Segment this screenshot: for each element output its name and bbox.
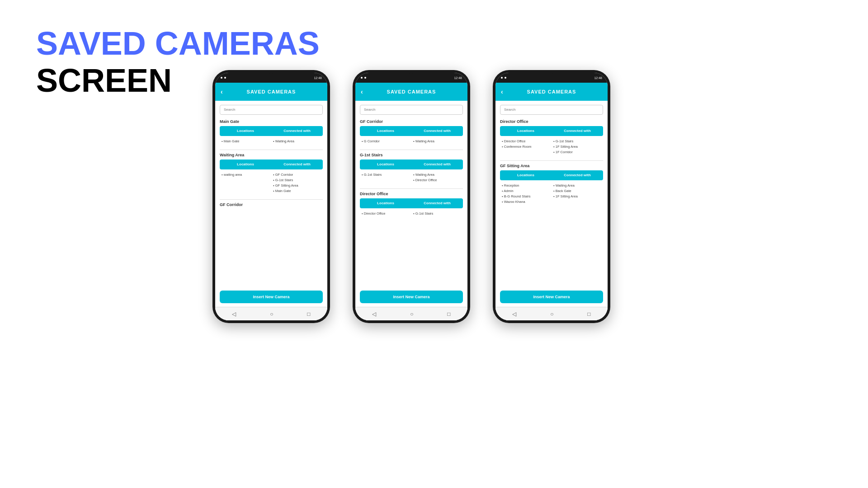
table-header-main-gate: Locations Connected with [220,126,323,136]
search-input-3[interactable] [500,105,603,115]
phone-3-notch [549,73,554,77]
phone-3: 12:48 ‹ SAVED CAMERAS Director Office Lo… [493,70,610,323]
insert-btn-area-1: Insert New Camera [215,288,327,307]
location-item: Wazoo Khana [502,199,550,205]
section-gf-corridor: GF Corridor [220,202,323,207]
col-header-loc-p3-2: Locations [500,173,552,177]
section-director-p3: Director Office Locations Connected with… [500,119,603,156]
section-main-gate: Main Gate Locations Connected with Main … [220,119,323,145]
connected-item: G-1st Stairs [553,139,601,144]
col-header-loc-p2-2: Locations [360,162,411,166]
connected-item: GF Corridor [273,172,321,178]
search-input-1[interactable] [220,105,323,115]
col-header-conn-p2-2: Connected with [411,162,463,166]
section-title-director-p3: Director Office [500,119,603,124]
nav-home-icon-2[interactable]: ○ [410,311,413,317]
table-row: waiting area GF Corridor G-1st Stairs GF… [220,171,323,195]
app-header-2: ‹ SAVED CAMERAS [355,83,467,101]
col-header-conn-p3-1: Connected with [552,129,603,133]
list-area-3: Director Office Locations Connected with… [495,117,608,288]
nav-square-icon-3[interactable]: □ [587,311,590,317]
col-header-conn-p2-1: Connected with [411,129,463,133]
col-header-loc-p3-1: Locations [500,129,552,133]
table-row: Director Office G-1st Stairs [360,210,463,217]
nav-bar-1: ◁ ○ □ [215,307,327,320]
col-header-loc-p2-3: Locations [360,201,411,205]
nav-home-icon-1[interactable]: ○ [270,311,273,317]
table-header-waiting: Locations Connected with [220,160,323,169]
insert-new-camera-btn-2[interactable]: Insert New Camera [360,291,463,303]
location-item: Director Office [362,211,410,216]
status-dot-6 [505,77,506,79]
insert-btn-area-3: Insert New Camera [495,288,608,307]
status-dot-1 [221,77,222,79]
col-header-locations-2: Locations [220,162,271,166]
phone-2-notch [409,73,414,77]
nav-square-icon-2[interactable]: □ [447,311,450,317]
table-row: Main Gate Waiting Area [220,138,323,145]
app-title-1: SAVED CAMERAS [247,89,296,94]
col-header-locations-1: Locations [220,129,271,133]
list-area-1: Main Gate Locations Connected with Main … [215,117,327,288]
table-header-g1st: Locations Connected with [360,160,463,169]
phone-1-notch [269,73,274,77]
section-title-gf-sitting: GF Sitting Area [500,164,603,168]
connected-item: 1F Corridor [553,150,601,155]
phone-1: 12:48 ‹ SAVED CAMERAS Main Gate Location… [212,70,330,323]
search-container-2 [355,101,467,117]
section-g1st-stairs: G-1st Stairs Locations Connected with G-… [360,153,463,184]
table-header-gf-corridor-p2: Locations Connected with [360,126,463,136]
col-header-loc-p2-1: Locations [360,129,411,133]
connected-item: Waiting Area [413,172,461,178]
search-input-2[interactable] [360,105,463,115]
search-container-1 [215,101,327,117]
insert-new-camera-btn-1[interactable]: Insert New Camera [220,291,323,303]
back-arrow-2[interactable]: ‹ [361,88,363,95]
section-title-g1st: G-1st Stairs [360,153,463,157]
location-item: Admin [502,188,550,194]
connected-item: GF Sitting Area [273,183,321,188]
table-header-gf-sitting: Locations Connected with [500,170,603,180]
table-row: Director Office Conference Room G-1st St… [500,138,603,156]
section-title-waiting: Waiting Area [220,153,323,157]
status-time-2: 12:48 [454,76,462,80]
app-title-3: SAVED CAMERAS [527,89,576,94]
back-arrow-1[interactable]: ‹ [221,88,223,95]
nav-bar-3: ◁ ○ □ [495,307,608,320]
app-header-3: ‹ SAVED CAMERAS [495,83,608,101]
nav-home-icon-3[interactable]: ○ [550,311,553,317]
section-title-gf-corridor-p2: GF Corridor [360,119,463,124]
section-title-director-p2: Director Office [360,192,463,196]
table-header-director-p3: Locations Connected with [500,126,603,136]
status-dot-5 [501,77,503,79]
table-header-director-p2: Locations Connected with [360,198,463,208]
status-dot-3 [361,77,363,79]
nav-square-icon-1[interactable]: □ [307,311,310,317]
nav-back-icon-3[interactable]: ◁ [512,311,516,317]
app-header-1: ‹ SAVED CAMERAS [215,83,327,101]
nav-back-icon-2[interactable]: ◁ [372,311,376,317]
connected-item: Main Gate [273,188,321,194]
section-director-office-p2: Director Office Locations Connected with… [360,192,463,217]
connected-item: Director Office [413,178,461,183]
insert-new-camera-btn-3[interactable]: Insert New Camera [500,291,603,303]
section-waiting-area: Waiting Area Locations Connected with wa… [220,153,323,195]
location-item: B-G Round Stairs [502,194,550,199]
status-dot-4 [364,77,366,79]
section-gf-corridor-p2: GF Corridor Locations Connected with G C… [360,119,463,145]
location-item: Reception [502,183,550,188]
list-area-2: GF Corridor Locations Connected with G C… [355,117,467,288]
title-saved-cameras: SAVED CAMERAS [36,27,320,60]
status-time-1: 12:48 [314,76,322,80]
location-item: G-1st Stairs [362,172,410,178]
back-arrow-3[interactable]: ‹ [501,88,503,95]
connected-item: 1F Sitting Area [553,144,601,150]
col-header-conn-p2-3: Connected with [411,201,463,205]
col-header-connected-2: Connected with [271,162,323,166]
nav-back-icon-1[interactable]: ◁ [232,311,236,317]
app-title-2: SAVED CAMERAS [387,89,436,94]
phones-area: 12:48 ‹ SAVED CAMERAS Main Gate Location… [212,70,610,323]
location-item: Conference Room [502,144,550,150]
table-row: Reception Admin B-G Round Stairs Wazoo K… [500,182,603,206]
search-container-3 [495,101,608,117]
